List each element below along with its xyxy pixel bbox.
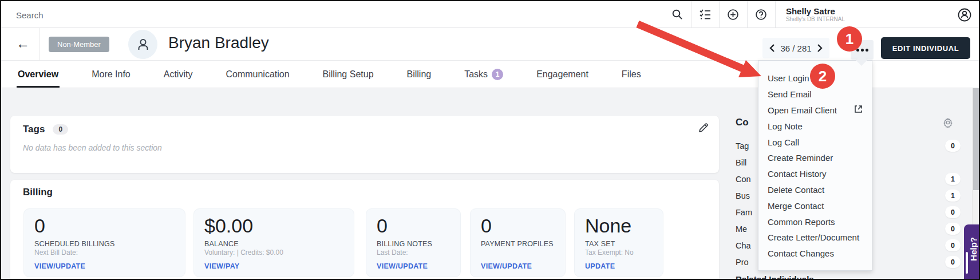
topbar-actions: Shelly Satre Shelly's DB INTERNAL <box>663 1 855 27</box>
add-icon[interactable] <box>720 1 747 27</box>
user-org: Shelly's DB INTERNAL <box>786 16 845 23</box>
tab-more-info[interactable]: More Info <box>92 61 131 88</box>
menu-item-create-reminder[interactable]: Create Reminder <box>758 150 872 166</box>
pager-next-button[interactable] <box>817 44 823 52</box>
scrollbar-thumb[interactable] <box>973 78 980 190</box>
menu-item-user-login[interactable]: User Login <box>758 70 872 86</box>
search-icon[interactable] <box>663 1 691 27</box>
search-input[interactable] <box>16 8 359 22</box>
tags-title: Tags <box>23 124 45 135</box>
more-actions-menu: User Login Send Email Open Email Client … <box>758 60 872 271</box>
billing-notes-tile: 0 BILLING NOTES Last Date: VIEW/UPDATE <box>366 208 461 277</box>
menu-item-create-letter-document[interactable]: Create Letter/Document <box>758 230 872 246</box>
count-badge: 0 <box>945 140 961 152</box>
menu-item-contact-history[interactable]: Contact History <box>758 166 872 182</box>
record-pager: 36 / 281 <box>762 38 829 58</box>
tab-tasks[interactable]: Tasks 1 <box>464 61 503 88</box>
count-badge: 0 <box>945 206 961 218</box>
update-link[interactable]: UPDATE <box>585 262 653 270</box>
help-icon[interactable] <box>748 1 775 27</box>
external-link-icon <box>854 105 863 115</box>
count-badge: 0 <box>945 239 961 251</box>
menu-item-contact-changes[interactable]: Contact Changes <box>758 246 872 262</box>
related-individuals-heading: Related Individuals <box>736 274 814 280</box>
count-badge: 1 <box>945 190 961 202</box>
gear-icon[interactable] <box>943 117 962 130</box>
tab-engagement[interactable]: Engagement <box>536 61 588 88</box>
menu-item-open-email-client[interactable]: Open Email Client <box>758 102 872 119</box>
contact-avatar <box>128 30 157 59</box>
divider <box>39 28 39 61</box>
tab-overview[interactable]: Overview <box>18 61 58 88</box>
pager-position: 36 / 281 <box>780 44 811 53</box>
top-bar: Shelly Satre Shelly's DB INTERNAL <box>1 1 980 28</box>
tab-files[interactable]: Files <box>622 61 641 88</box>
tags-card: Tags 0 No data has been added to this se… <box>10 116 719 173</box>
billing-title: Billing <box>23 187 53 198</box>
view-update-link[interactable]: VIEW/UPDATE <box>481 262 555 270</box>
checklist-icon[interactable] <box>691 1 719 27</box>
tax-set-tile: None TAX SET Tax Exempt: No UPDATE <box>574 208 663 277</box>
tags-count-badge: 0 <box>53 124 68 135</box>
view-pay-link[interactable]: VIEW/PAY <box>204 262 343 270</box>
tab-communication[interactable]: Communication <box>226 61 289 88</box>
account-icon[interactable] <box>957 7 972 22</box>
menu-item-delete-contact[interactable]: Delete Contact <box>758 182 872 198</box>
tab-billing-setup[interactable]: Billing Setup <box>323 61 374 88</box>
back-button[interactable]: ← <box>16 36 30 52</box>
edit-tags-icon[interactable] <box>698 123 709 136</box>
contact-name: Bryan Bradley <box>168 34 269 52</box>
pager-prev-button[interactable] <box>769 44 775 52</box>
help-chat-icon <box>966 252 968 274</box>
contact-header: ← Non-Member Bryan Bradley 36 / 281 EDIT… <box>1 28 980 61</box>
view-update-link[interactable]: VIEW/UPDATE <box>34 262 175 270</box>
right-panel-title: Co <box>736 117 749 128</box>
tags-empty-text: No data has been added to this section <box>23 143 706 152</box>
count-badge: 0 <box>945 256 961 268</box>
count-badge: 1 <box>945 173 961 185</box>
menu-item-merge-contact[interactable]: Merge Contact <box>758 198 872 214</box>
scheduled-billings-tile: 0 SCHEDULED BILLINGS Next Bill Date: VIE… <box>23 208 185 277</box>
menu-item-log-note[interactable]: Log Note <box>758 118 872 134</box>
count-badge: 0 <box>945 223 961 235</box>
menu-item-common-reports[interactable]: Common Reports <box>758 214 872 230</box>
menu-item-send-email[interactable]: Send Email <box>758 86 872 102</box>
menu-item-log-call[interactable]: Log Call <box>758 134 872 150</box>
membership-status-badge: Non-Member <box>49 37 109 52</box>
tasks-count-badge: 1 <box>492 69 503 80</box>
edit-individual-button[interactable]: EDIT INDIVIDUAL <box>881 37 970 59</box>
billing-card: Billing 0 SCHEDULED BILLINGS Next Bill D… <box>10 180 719 280</box>
app-window: Shelly Satre Shelly's DB INTERNAL ← Non-… <box>0 0 980 280</box>
tab-activity[interactable]: Activity <box>164 61 193 88</box>
balance-tile: $0.00 BALANCE Voluntary: | Credits: $0.0… <box>193 208 354 277</box>
help-tab[interactable]: Help? <box>964 224 980 280</box>
view-update-link[interactable]: VIEW/UPDATE <box>377 262 450 270</box>
user-name: Shelly Satre <box>786 6 845 16</box>
payment-profiles-tile: 0 PAYMENT PROFILES VIEW/UPDATE <box>470 208 566 277</box>
user-menu[interactable]: Shelly Satre Shelly's DB INTERNAL <box>776 6 855 23</box>
tab-billing[interactable]: Billing <box>407 61 432 88</box>
